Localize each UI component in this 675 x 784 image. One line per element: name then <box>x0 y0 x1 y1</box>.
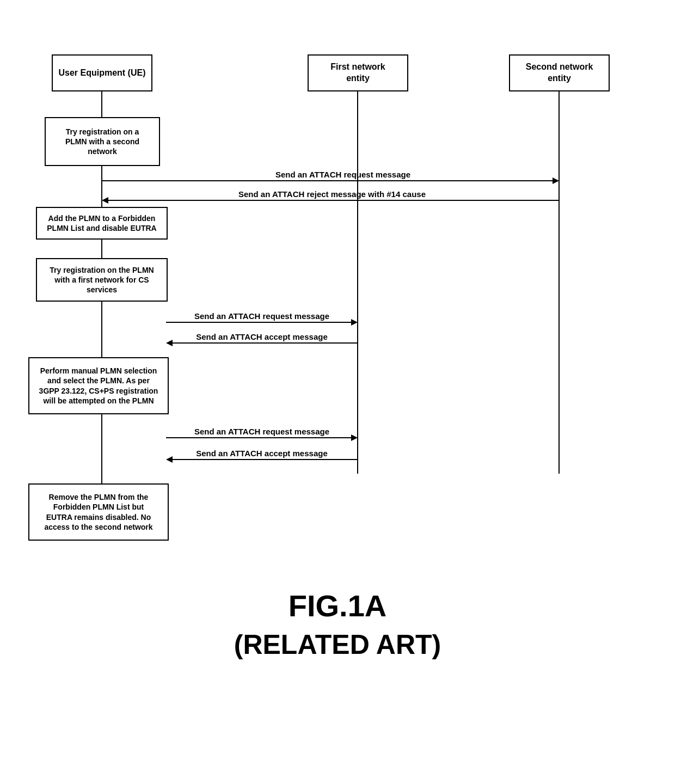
attach-accept-2-label: Send an ATTACH accept message <box>166 449 358 458</box>
attach-rej-label: Send an ATTACH reject message with #14 c… <box>109 189 555 199</box>
perform-manual-box: Perform manual PLMN selectionand select … <box>28 357 169 414</box>
add-plmn-box: Add the PLMN to a ForbiddenPLMN List and… <box>36 207 168 240</box>
try-reg-first-box: Try registration on the PLMNwith a first… <box>36 258 168 302</box>
diagram-container: User Equipment (UE) First networkentity … <box>0 0 675 784</box>
attach-accept-1-label: Send an ATTACH accept message <box>166 332 358 341</box>
second-network-entity-box: Second networkentity <box>509 54 610 91</box>
attach-req-1-label: Send an ATTACH request message <box>136 170 550 179</box>
ue-entity-box: User Equipment (UE) <box>52 54 152 91</box>
try-reg-second-box: Try registration on aPLMN with a secondn… <box>45 117 160 166</box>
attach-req-2-label: Send an ATTACH request message <box>166 311 358 321</box>
first-network-entity-box: First networkentity <box>308 54 408 91</box>
remove-plmn-box: Remove the PLMN from theForbidden PLMN L… <box>28 483 169 541</box>
attach-req-3-label: Send an ATTACH request message <box>166 427 358 436</box>
svg-marker-6 <box>102 197 108 204</box>
fig-label: FIG.1A <box>0 588 675 623</box>
fig-sublabel: (RELATED ART) <box>0 629 675 660</box>
svg-marker-4 <box>553 177 559 184</box>
